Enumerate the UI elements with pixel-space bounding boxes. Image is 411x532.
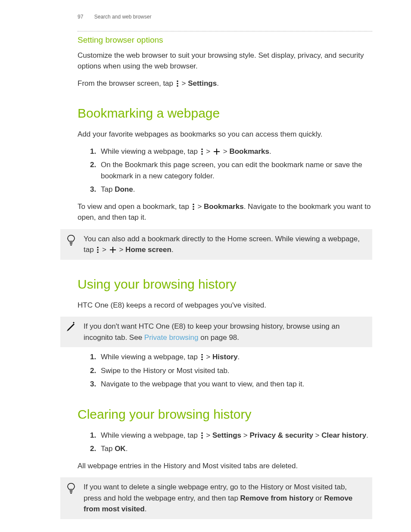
step-list: While viewing a webpage, tap > History. … xyxy=(78,352,372,390)
section-heading-clearing: Clearing your browsing history xyxy=(78,404,372,424)
ui-label-clear-history: Clear history xyxy=(321,431,366,439)
svg-rect-14 xyxy=(97,247,99,248)
subsection-heading-setting-options: Setting browser options xyxy=(78,34,372,47)
page-number: 97 xyxy=(78,14,83,20)
svg-rect-3 xyxy=(201,149,202,150)
tip-callout: You can also add a bookmark directly to … xyxy=(60,229,372,260)
ui-label-remove-history: Remove from history xyxy=(240,494,314,502)
step-item: While viewing a webpage, tap > Settings … xyxy=(98,430,372,441)
svg-rect-5 xyxy=(201,153,202,155)
ui-label-bookmarks: Bookmarks xyxy=(229,147,269,156)
paragraph: Add your favorite webpages as bookmarks … xyxy=(78,129,372,140)
paragraph: All webpage entries in the History and M… xyxy=(78,460,372,472)
ui-label-home-screen: Home screen xyxy=(125,246,171,254)
note-body: If you don't want HTC One (E8) to keep y… xyxy=(84,321,363,343)
svg-rect-8 xyxy=(193,204,194,205)
section-heading-history: Using your browsing history xyxy=(78,274,372,294)
section-heading-bookmarking: Bookmarking a webpage xyxy=(78,103,372,123)
svg-rect-16 xyxy=(97,252,99,253)
tip-callout: If you want to delete a single webpage e… xyxy=(60,477,372,519)
more-icon xyxy=(97,247,99,253)
svg-rect-19 xyxy=(201,354,202,355)
document-page: 97 Search and web browser Setting browse… xyxy=(0,0,411,532)
svg-rect-15 xyxy=(97,249,99,251)
more-icon xyxy=(192,204,195,210)
paragraph: To view and open a bookmark, tap > Bookm… xyxy=(78,201,372,223)
more-icon xyxy=(176,81,179,87)
step-item: Tap OK. xyxy=(98,443,372,454)
tip-body: If you want to delete a single webpage e… xyxy=(84,482,363,515)
note-callout: If you don't want HTC One (E8) to keep y… xyxy=(60,317,372,347)
ui-label-bookmarks: Bookmarks xyxy=(204,202,244,211)
svg-rect-21 xyxy=(201,359,202,360)
instruction-line: From the browser screen, tap > Settings. xyxy=(78,78,372,89)
link-private-browsing[interactable]: Private browsing xyxy=(144,333,199,342)
ui-label-settings: Settings xyxy=(212,431,241,439)
tip-body: You can also add a bookmark directly to … xyxy=(84,233,363,255)
more-icon xyxy=(201,354,203,360)
paragraph: HTC One (E8) keeps a record of webpages … xyxy=(78,300,372,311)
svg-rect-2 xyxy=(177,85,178,87)
step-item: Tap Done. xyxy=(98,184,372,195)
svg-rect-18 xyxy=(110,249,116,250)
more-icon xyxy=(201,149,203,155)
separator xyxy=(78,31,372,31)
paragraph: Customize the web browser to suit your b… xyxy=(78,50,372,72)
svg-rect-4 xyxy=(201,151,202,152)
ui-label-settings: Settings xyxy=(188,79,217,87)
plus-icon xyxy=(109,246,116,253)
step-item: While viewing a webpage, tap > > Bookmar… xyxy=(98,146,372,157)
plus-icon xyxy=(213,148,220,155)
step-list: While viewing a webpage, tap > > Bookmar… xyxy=(78,146,372,195)
step-item: On the Bookmark this page screen, you ca… xyxy=(98,159,372,181)
note-pen-icon xyxy=(65,321,77,332)
chapter-title: Search and web browser xyxy=(94,14,152,20)
svg-rect-9 xyxy=(193,206,194,207)
step-list: While viewing a webpage, tap > Settings … xyxy=(78,430,372,454)
svg-rect-22 xyxy=(201,432,202,434)
svg-rect-10 xyxy=(193,208,194,210)
tip-bulb-icon xyxy=(65,233,77,246)
svg-rect-20 xyxy=(201,357,202,358)
ui-label-done: Done xyxy=(115,185,133,193)
more-icon xyxy=(201,432,203,439)
step-item: While viewing a webpage, tap > History. xyxy=(98,352,372,363)
step-item: Swipe to the History or Most visited tab… xyxy=(98,365,372,376)
ui-label-privacy: Privacy & security xyxy=(249,431,313,439)
tip-bulb-icon xyxy=(65,482,77,494)
svg-rect-23 xyxy=(201,435,202,436)
ui-label-history: History xyxy=(212,353,238,361)
svg-rect-1 xyxy=(177,83,178,84)
page-header: 97 Search and web browser xyxy=(78,13,372,21)
step-item: Navigate to the webpage that you want to… xyxy=(98,379,372,390)
ui-label-ok: OK xyxy=(115,445,126,453)
svg-rect-24 xyxy=(201,437,202,439)
svg-rect-7 xyxy=(214,151,220,152)
svg-rect-0 xyxy=(177,81,178,82)
